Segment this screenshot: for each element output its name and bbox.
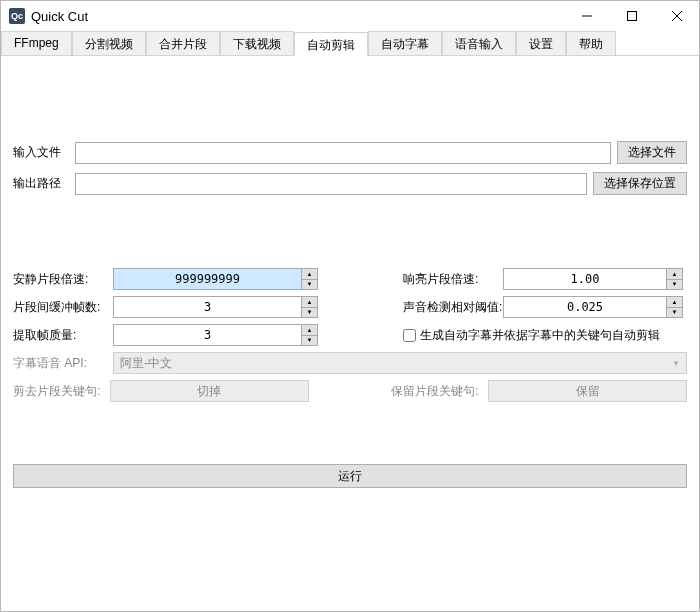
tab-split-video[interactable]: 分割视频 — [72, 31, 146, 55]
quiet-speed-spinbox[interactable]: ▲ ▼ — [113, 268, 318, 290]
keep-keyword-button[interactable]: 保留 — [488, 380, 687, 402]
quiet-speed-up[interactable]: ▲ — [302, 269, 317, 279]
input-file-field[interactable] — [75, 142, 611, 164]
tab-merge-clips[interactable]: 合并片段 — [146, 31, 220, 55]
buffer-frames-spinbox[interactable]: ▲ ▼ — [113, 296, 318, 318]
extract-quality-input[interactable] — [113, 324, 301, 346]
api-label: 字幕语音 API: — [13, 355, 113, 372]
titlebar: Qc Quick Cut — [1, 1, 699, 31]
input-file-label: 输入文件 — [13, 144, 75, 161]
loud-speed-input[interactable] — [503, 268, 666, 290]
buffer-frames-input[interactable] — [113, 296, 301, 318]
tab-help[interactable]: 帮助 — [566, 31, 616, 55]
buffer-frames-label: 片段间缓冲帧数: — [13, 299, 113, 316]
close-button[interactable] — [654, 1, 699, 31]
remove-keyword-button[interactable]: 切掉 — [110, 380, 309, 402]
tab-settings[interactable]: 设置 — [516, 31, 566, 55]
extract-quality-label: 提取帧质量: — [13, 327, 113, 344]
choose-save-location-button[interactable]: 选择保存位置 — [593, 172, 687, 195]
tab-bar: FFmpeg 分割视频 合并片段 下载视频 自动剪辑 自动字幕 语音输入 设置 … — [1, 31, 699, 56]
api-combo[interactable]: 阿里-中文 ▼ — [113, 352, 687, 374]
remove-keyword-label: 剪去片段关键句: — [13, 383, 110, 400]
extract-quality-up[interactable]: ▲ — [302, 325, 317, 335]
output-path-field[interactable] — [75, 173, 587, 195]
tab-ffmpeg[interactable]: FFmpeg — [1, 31, 72, 55]
quiet-speed-label: 安静片段倍速: — [13, 271, 113, 288]
svg-rect-1 — [627, 12, 636, 21]
run-button[interactable]: 运行 — [13, 464, 687, 488]
app-icon: Qc — [9, 8, 25, 24]
tab-voice-input[interactable]: 语音输入 — [442, 31, 516, 55]
audio-threshold-up[interactable]: ▲ — [667, 297, 682, 307]
loud-speed-spinbox[interactable]: ▲ ▼ — [503, 268, 683, 290]
extract-quality-spinbox[interactable]: ▲ ▼ — [113, 324, 318, 346]
quiet-speed-input[interactable] — [113, 268, 301, 290]
params-grid: 安静片段倍速: ▲ ▼ 响亮片段倍速: ▲ ▼ 片段间缓冲帧数: ▲ ▼ — [13, 268, 687, 346]
loud-speed-up[interactable]: ▲ — [667, 269, 682, 279]
audio-threshold-down[interactable]: ▼ — [667, 307, 682, 318]
content-area: 输入文件 选择文件 输出路径 选择保存位置 安静片段倍速: ▲ ▼ 响亮片段倍速… — [1, 56, 699, 498]
tab-download-video[interactable]: 下载视频 — [220, 31, 294, 55]
minimize-button[interactable] — [564, 1, 609, 31]
buffer-frames-up[interactable]: ▲ — [302, 297, 317, 307]
quiet-speed-down[interactable]: ▼ — [302, 279, 317, 290]
tab-auto-edit[interactable]: 自动剪辑 — [294, 32, 368, 56]
keep-keyword-label: 保留片段关键句: — [391, 383, 488, 400]
extract-quality-down[interactable]: ▼ — [302, 335, 317, 346]
api-combo-value: 阿里-中文 — [120, 355, 172, 372]
auto-subtitle-checkbox[interactable] — [403, 329, 416, 342]
auto-subtitle-label: 生成自动字幕并依据字幕中的关键句自动剪辑 — [420, 327, 660, 344]
audio-threshold-spinbox[interactable]: ▲ ▼ — [503, 296, 683, 318]
loud-speed-label: 响亮片段倍速: — [403, 271, 503, 288]
audio-threshold-input[interactable] — [503, 296, 666, 318]
chevron-down-icon: ▼ — [672, 359, 680, 368]
maximize-button[interactable] — [609, 1, 654, 31]
choose-file-button[interactable]: 选择文件 — [617, 141, 687, 164]
loud-speed-down[interactable]: ▼ — [667, 279, 682, 290]
output-path-label: 输出路径 — [13, 175, 75, 192]
window-controls — [564, 1, 699, 31]
window-title: Quick Cut — [31, 9, 88, 24]
buffer-frames-down[interactable]: ▼ — [302, 307, 317, 318]
audio-threshold-label: 声音检测相对阈值: — [403, 299, 503, 316]
tab-auto-subtitle[interactable]: 自动字幕 — [368, 31, 442, 55]
